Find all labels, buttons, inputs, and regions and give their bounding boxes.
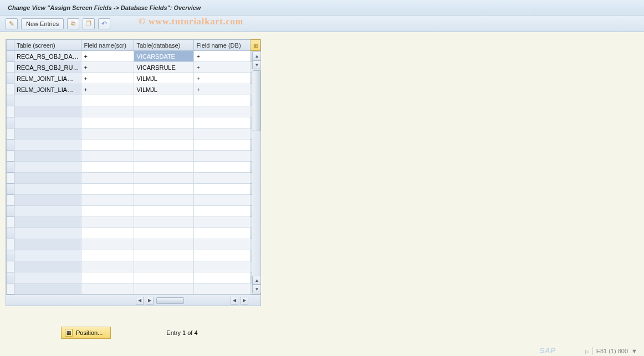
row-selector[interactable]: [7, 128, 14, 140]
cell[interactable]: [194, 173, 251, 184]
vscroll-thumb[interactable]: [253, 70, 260, 131]
cell[interactable]: [194, 272, 251, 283]
cell[interactable]: +: [81, 84, 134, 95]
cell[interactable]: [14, 151, 81, 162]
row-selector[interactable]: [7, 206, 14, 217]
toggle-change-button[interactable]: [6, 18, 18, 29]
cell[interactable]: [81, 106, 134, 117]
vscroll-down[interactable]: ▼: [252, 285, 261, 293]
cell[interactable]: [14, 173, 81, 184]
cell[interactable]: [81, 162, 134, 173]
cell[interactable]: [194, 151, 251, 162]
cell[interactable]: VICARSDATE: [134, 51, 194, 62]
cell[interactable]: [81, 173, 134, 184]
position-button[interactable]: ▦ Position...: [61, 327, 111, 339]
undo-button[interactable]: [98, 18, 110, 29]
cell[interactable]: RECA_RS_OBJ_RU…: [14, 62, 81, 73]
cell[interactable]: [14, 140, 81, 151]
row-selector[interactable]: [7, 106, 14, 117]
cell[interactable]: [134, 228, 194, 239]
cell[interactable]: +: [194, 51, 251, 62]
cell[interactable]: [14, 261, 81, 272]
cell[interactable]: [81, 184, 134, 195]
cell[interactable]: [14, 184, 81, 195]
cell[interactable]: VICARSRULE: [134, 62, 194, 73]
row-selector[interactable]: [7, 84, 14, 95]
cell[interactable]: [134, 106, 194, 117]
vscroll-up[interactable]: ▲: [252, 51, 261, 60]
status-dropdown-icon[interactable]: ▼: [631, 348, 637, 354]
cell[interactable]: [134, 217, 194, 228]
cell[interactable]: [194, 239, 251, 250]
select-all-header[interactable]: [7, 40, 14, 51]
cell[interactable]: [14, 162, 81, 173]
cell[interactable]: [14, 217, 81, 228]
cell[interactable]: RELM_JOINT_LIA…: [14, 84, 81, 95]
cell[interactable]: [14, 117, 81, 128]
cell[interactable]: +: [81, 51, 134, 62]
row-selector[interactable]: [7, 195, 14, 206]
row-selector[interactable]: [7, 250, 14, 261]
hscroll-left[interactable]: ◀: [136, 297, 144, 305]
cell[interactable]: [81, 95, 134, 106]
col-header-table-screen[interactable]: Table (screen): [14, 40, 81, 51]
cell[interactable]: [194, 106, 251, 117]
cell[interactable]: [194, 117, 251, 128]
cell[interactable]: +: [194, 73, 251, 84]
copy-as-button[interactable]: [67, 18, 79, 29]
cell[interactable]: [134, 195, 194, 206]
cell[interactable]: [134, 162, 194, 173]
cell[interactable]: [81, 206, 134, 217]
cell[interactable]: [81, 217, 134, 228]
cell[interactable]: VILMJL: [134, 73, 194, 84]
cell[interactable]: [194, 228, 251, 239]
cell[interactable]: [134, 173, 194, 184]
cell[interactable]: [81, 117, 134, 128]
col-header-field-name-scr[interactable]: Field name(scr): [81, 40, 134, 51]
cell[interactable]: [194, 140, 251, 151]
cell[interactable]: [14, 239, 81, 250]
col-header-table-database[interactable]: Table(database): [134, 40, 194, 51]
cell[interactable]: [14, 228, 81, 239]
cell[interactable]: [134, 239, 194, 250]
cell[interactable]: [134, 261, 194, 272]
cell[interactable]: [81, 195, 134, 206]
cell[interactable]: RELM_JOINT_LIA…: [14, 73, 81, 84]
cell[interactable]: [194, 195, 251, 206]
cell[interactable]: [194, 128, 251, 140]
cell[interactable]: +: [194, 84, 251, 95]
cell[interactable]: [134, 151, 194, 162]
cell[interactable]: [81, 140, 134, 151]
status-expand-icon[interactable]: [585, 348, 589, 354]
cell[interactable]: [81, 250, 134, 261]
row-selector[interactable]: [7, 272, 14, 283]
cell[interactable]: +: [194, 62, 251, 73]
cell[interactable]: [194, 162, 251, 173]
row-selector[interactable]: [7, 151, 14, 162]
row-selector[interactable]: [7, 140, 14, 151]
cell[interactable]: VILMJL: [134, 84, 194, 95]
cell[interactable]: [134, 117, 194, 128]
row-selector[interactable]: [7, 283, 14, 295]
hscroll-right2[interactable]: ▶: [241, 297, 248, 305]
cell[interactable]: [14, 128, 81, 140]
hscroll-right[interactable]: ▶: [146, 297, 154, 305]
new-entries-button[interactable]: New Entries: [21, 18, 64, 29]
cell[interactable]: [81, 261, 134, 272]
cell[interactable]: [134, 272, 194, 283]
row-selector[interactable]: [7, 73, 14, 84]
row-selector[interactable]: [7, 62, 14, 73]
row-selector[interactable]: [7, 228, 14, 239]
cell[interactable]: [134, 184, 194, 195]
cell[interactable]: [194, 184, 251, 195]
cell[interactable]: [81, 283, 134, 295]
cell[interactable]: [134, 283, 194, 295]
row-selector[interactable]: [7, 162, 14, 173]
cell[interactable]: [194, 95, 251, 106]
cell[interactable]: RECA_RS_OBJ_DA…: [14, 51, 81, 62]
cell[interactable]: +: [81, 73, 134, 84]
cell[interactable]: [134, 128, 194, 140]
cell[interactable]: [194, 250, 251, 261]
cell[interactable]: [194, 217, 251, 228]
cell[interactable]: [81, 128, 134, 140]
